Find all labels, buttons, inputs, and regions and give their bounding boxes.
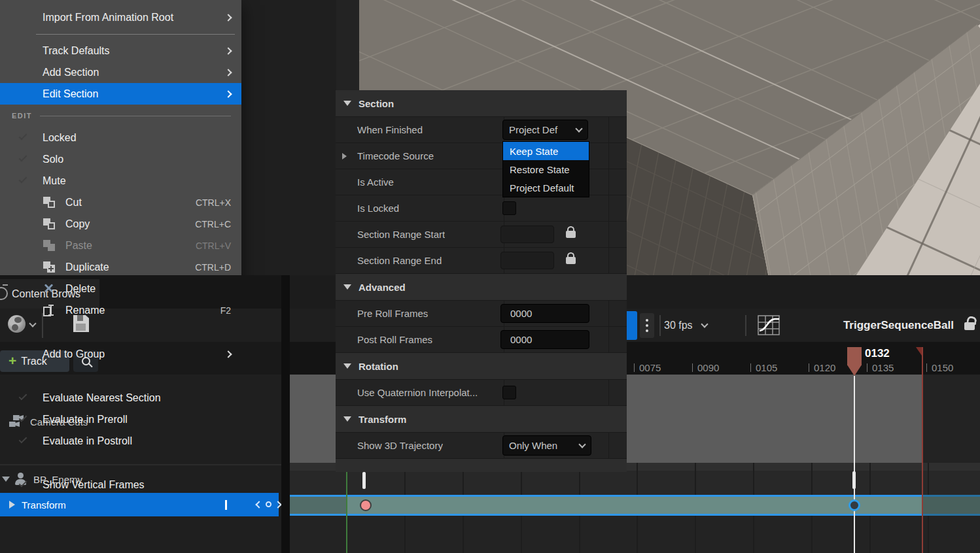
menu-item-label: Rename — [65, 305, 105, 316]
row-section-range-end: Section Range End — [336, 248, 627, 274]
row-post-roll: Post Roll Frames 0000 — [336, 327, 627, 353]
property-label: Section Range Start — [336, 229, 445, 240]
lock-icon[interactable] — [566, 257, 576, 264]
keyframe-track-row[interactable] — [290, 471, 980, 495]
timecode-options-button[interactable] — [640, 313, 654, 338]
next-keyframe-icon[interactable] — [274, 501, 281, 508]
header-transform[interactable]: Transform — [336, 406, 627, 433]
row-section-range-start: Section Range Start — [336, 222, 627, 248]
menu-item-import-from-animation-root[interactable]: Import From Animation Root — [0, 7, 241, 28]
rename-icon — [43, 305, 55, 316]
chevron-down-icon[interactable] — [29, 320, 36, 327]
check-icon — [19, 479, 27, 488]
menu-item-label: Copy — [65, 218, 90, 230]
panel-divider[interactable] — [281, 275, 290, 553]
check-icon — [19, 132, 27, 141]
row-show-3d-trajectory: Show 3D Trajectory Only When — [336, 433, 627, 459]
chevron-down-icon — [701, 320, 708, 327]
property-label: Post Roll Frames — [336, 334, 432, 345]
option-restore-state[interactable]: Restore State — [503, 160, 589, 178]
current-time-field[interactable] — [625, 311, 637, 340]
unlock-icon[interactable] — [964, 322, 975, 330]
menu-item-label: Track Defaults — [43, 45, 110, 57]
property-label: Section Range End — [336, 255, 442, 266]
playback-end-marker[interactable] — [922, 347, 923, 553]
playback-start-marker[interactable] — [346, 471, 347, 553]
vertical-frame-tick — [362, 472, 366, 489]
collapse-arrow-icon — [343, 101, 351, 106]
keyframe-marker[interactable] — [360, 499, 372, 511]
header-label: Rotation — [359, 361, 398, 372]
transform-section-bar[interactable] — [290, 495, 923, 516]
playhead-line[interactable] — [854, 376, 855, 553]
menu-item-locked[interactable]: Locked — [0, 127, 241, 148]
lock-icon[interactable] — [566, 231, 576, 238]
ruler-tick — [750, 363, 751, 372]
header-label: Advanced — [359, 282, 406, 293]
pre-roll-input[interactable]: 0000 — [500, 304, 589, 323]
outliner-row-transform[interactable]: Transform — [0, 493, 279, 516]
property-label: Use Quaternion Interpolat... — [336, 387, 478, 398]
menu-separator — [0, 28, 241, 40]
when-finished-options-popup: Keep State Restore State Project Default — [502, 141, 589, 197]
collapse-arrow-icon — [343, 416, 351, 422]
property-label: Timecode Source — [336, 150, 434, 161]
menu-item-add-section[interactable]: Add Section — [0, 61, 241, 83]
shortcut-label: CTRL+X — [196, 197, 241, 208]
menu-item-duplicate[interactable]: Duplicate CTRL+D — [0, 256, 241, 278]
fps-dropdown[interactable]: 30 fps — [664, 309, 707, 342]
check-icon — [19, 175, 27, 184]
ruler-tick — [809, 363, 809, 372]
trajectory-dropdown[interactable]: Only When — [502, 435, 591, 456]
when-finished-dropdown[interactable]: Project Def — [502, 120, 588, 140]
header-rotation[interactable]: Rotation — [336, 353, 627, 380]
menu-item-rename[interactable]: Rename F2 — [0, 299, 241, 321]
curve-editor-button[interactable] — [758, 315, 780, 335]
menu-item-track-defaults[interactable]: Track Defaults — [0, 40, 241, 61]
property-label: Is Active — [336, 176, 394, 188]
expand-arrow-icon[interactable] — [9, 501, 15, 509]
menu-item-edit-section[interactable]: Edit Section — [0, 83, 241, 105]
range-end-input[interactable] — [500, 252, 554, 269]
option-keep-state[interactable]: Keep State — [503, 142, 589, 160]
ruler-tick-label: 0105 — [756, 362, 777, 373]
prev-keyframe-icon[interactable] — [255, 501, 262, 508]
menu-item-evaluate-in-preroll[interactable]: Evaluate in Preroll — [0, 409, 241, 430]
post-roll-input[interactable]: 0000 — [500, 330, 589, 349]
keyframe-caret-icon — [225, 500, 227, 510]
menu-item-evaluate-in-postroll[interactable]: Evaluate in Postroll — [0, 430, 241, 452]
row-when-finished: When Finished Project Def — [336, 117, 627, 143]
menu-item-mute[interactable]: Mute — [0, 170, 241, 192]
ruler-tick — [926, 363, 927, 372]
menu-item-label: Evaluate in Preroll — [43, 414, 128, 426]
menu-item-paste[interactable]: Paste CTRL+V — [0, 235, 241, 256]
quaternion-checkbox[interactable] — [502, 386, 516, 399]
row-is-locked: Is Locked — [336, 195, 627, 222]
shortcut-label: CTRL+D — [195, 262, 241, 273]
cut-icon — [43, 197, 55, 208]
transform-label: Transform — [22, 499, 66, 511]
add-keyframe-icon[interactable] — [266, 501, 271, 507]
range-start-input[interactable] — [500, 226, 554, 243]
keyframe-marker-selected[interactable] — [849, 499, 860, 511]
transform-section-bar-dimmed — [923, 495, 980, 516]
header-label: Section — [359, 98, 394, 109]
submenu-arrow-icon — [224, 14, 232, 21]
menu-item-copy[interactable]: Copy CTRL+C — [0, 213, 241, 235]
timeline-out-of-range — [923, 375, 980, 463]
menu-item-delete[interactable]: Delete — [0, 278, 241, 299]
kebab-icon — [646, 319, 648, 332]
menu-item-evaluate-nearest-section[interactable]: Evaluate Nearest Section — [0, 387, 241, 409]
menu-item-add-to-group[interactable]: Add to Group — [0, 343, 241, 365]
header-section[interactable]: Section — [336, 90, 627, 117]
is-locked-checkbox[interactable] — [502, 201, 516, 215]
header-advanced[interactable]: Advanced — [336, 274, 627, 301]
menu-item-show-vertical-frames[interactable]: Show Vertical Frames — [0, 474, 241, 495]
ruler-tick-label: 0150 — [932, 362, 953, 373]
option-project-default[interactable]: Project Default — [503, 178, 589, 197]
menu-item-cut[interactable]: Cut CTRL+X — [0, 192, 241, 213]
property-label: Pre Roll Frames — [336, 308, 428, 319]
menu-item-solo[interactable]: Solo — [0, 148, 241, 170]
paste-icon — [43, 240, 55, 251]
expand-arrow-icon[interactable] — [342, 153, 347, 159]
